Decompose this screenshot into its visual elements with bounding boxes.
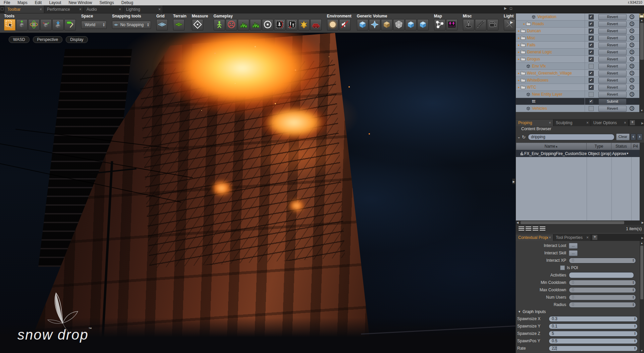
tree-expand-icon[interactable]: ▸: [517, 43, 521, 47]
map-marker-button[interactable]: [446, 19, 458, 31]
search-prev-button[interactable]: ‹: [631, 134, 636, 140]
close-icon[interactable]: ×: [39, 7, 43, 12]
horde-spawn-a-button[interactable]: [238, 19, 249, 31]
spinner-stepper-icon[interactable]: ▲▼: [633, 347, 636, 350]
close-icon[interactable]: ×: [548, 120, 552, 125]
help-icon[interactable]: ?: [630, 85, 634, 90]
help-icon[interactable]: ?: [630, 43, 634, 47]
rotate-tool-button[interactable]: [28, 19, 40, 31]
layer-row-grogus[interactable]: ▸Grogus✔Revert?: [516, 56, 644, 63]
terrain-tool-button[interactable]: [173, 19, 184, 31]
spinner-stepper-icon[interactable]: ▲▼: [633, 339, 636, 343]
revert-button[interactable]: Revert: [598, 78, 627, 84]
vehicle-spawn-button[interactable]: [310, 19, 322, 31]
spawnsize-y-spinner[interactable]: 0.1▲▼: [549, 323, 638, 329]
revert-button[interactable]: Revert: [598, 14, 627, 20]
add-tab-button[interactable]: +: [592, 235, 598, 240]
revert-button[interactable]: Revert: [598, 35, 627, 41]
viewport-button-display[interactable]: Display: [66, 36, 88, 43]
interact-loot-ellipsis-button[interactable]: ...: [569, 243, 578, 249]
encounter-spawn-button[interactable]: [226, 19, 237, 31]
viewport-button-perspective[interactable]: Perspective: [33, 36, 63, 43]
revert-button[interactable]: Revert: [598, 70, 627, 77]
tree-expand-icon[interactable]: ▸: [517, 71, 521, 75]
tab-overflow-icon[interactable]: ▶: [641, 236, 644, 240]
tab-contextual-proper-[interactable]: Contextual Proper...×: [516, 234, 553, 241]
layer-row-misc[interactable]: ▸Misc✔Revert?: [516, 35, 644, 42]
view-grid-icon[interactable]: [533, 226, 538, 231]
scroll-thumb[interactable]: [640, 23, 644, 60]
min-cooldown-spinner[interactable]: 0▲▼: [569, 280, 636, 286]
space-dropdown[interactable]: World▲▼: [81, 21, 107, 29]
spinner-stepper-icon[interactable]: ▲▼: [631, 259, 634, 262]
layer-visible-checkbox[interactable]: ✔: [589, 71, 594, 76]
help-icon[interactable]: ?: [630, 57, 634, 61]
spawnsize-x-spinner[interactable]: 0.3▲▼: [549, 316, 638, 322]
revert-button[interactable]: Revert: [598, 42, 627, 48]
layer-visible-checkbox[interactable]: ✔: [589, 36, 594, 41]
spinner-stepper-icon[interactable]: ▲▼: [631, 288, 634, 292]
tab-performance[interactable]: Performance×: [44, 5, 84, 13]
tree-expand-icon[interactable]: ▸: [523, 22, 526, 26]
panel-splitter-arrow[interactable]: ▶: [512, 179, 515, 184]
help-icon[interactable]: ?: [630, 92, 634, 97]
dropdown-stepper-icon[interactable]: ▲▼: [146, 23, 149, 27]
tree-expand-icon[interactable]: ▸: [517, 50, 521, 54]
help-icon[interactable]: ?: [630, 71, 634, 75]
column-header-name[interactable]: Name ▲: [516, 143, 587, 150]
move-tool-button[interactable]: [16, 19, 28, 31]
scroll-down-icon[interactable]: ▼: [639, 108, 644, 113]
layer-visible-checkbox[interactable]: [589, 92, 594, 97]
volume-star-button[interactable]: [369, 19, 380, 31]
joystick-button[interactable]: [463, 19, 474, 31]
layer-visible-checkbox[interactable]: ✔: [589, 14, 594, 19]
layer-visible-checkbox[interactable]: ✔: [589, 29, 594, 34]
revert-button[interactable]: Revert: [598, 85, 627, 91]
volume-cube-2-button[interactable]: [405, 19, 417, 31]
viewport-button-wasd[interactable]: WASD: [9, 36, 30, 43]
close-icon[interactable]: ×: [586, 235, 589, 240]
spawnsize-z-spinner[interactable]: 5▲▼: [549, 331, 638, 337]
node-graph-button[interactable]: [434, 19, 445, 31]
tab-toolbar[interactable]: Toolbar×: [5, 5, 44, 13]
revert-button[interactable]: Revert: [598, 49, 627, 55]
camera-button[interactable]: [487, 19, 498, 31]
road-button[interactable]: [475, 19, 486, 31]
tab-user-options[interactable]: User Options×: [591, 119, 629, 126]
layer-row-whiteboxes[interactable]: ▸WhiteBoxes✔Revert?: [516, 77, 644, 84]
revert-button[interactable]: Revert: [598, 63, 627, 69]
volume-box-button[interactable]: [381, 19, 392, 31]
ring-marker-button[interactable]: [262, 19, 273, 31]
help-icon[interactable]: ?: [630, 64, 634, 68]
sound-muted-button[interactable]: [339, 19, 351, 31]
close-icon[interactable]: ×: [548, 235, 552, 240]
layer-row-vegetation[interactable]: Vegetation✔Revert?: [516, 13, 644, 20]
search-next-button[interactable]: ›: [637, 134, 642, 140]
3d-viewport[interactable]: WASDPerspectiveDisplay snow drop™: [0, 33, 516, 353]
tab-lighting[interactable]: Lighting×: [123, 5, 163, 13]
tab-tool-properties[interactable]: Tool Properties×: [553, 234, 591, 241]
layer-row-new-entity-layer[interactable]: New Entity LayerRevert?: [516, 91, 644, 98]
close-icon[interactable]: ×: [586, 120, 589, 125]
search-input[interactable]: [528, 134, 614, 140]
revert-button[interactable]: Revert: [598, 21, 627, 27]
spawnpos-y-spinner[interactable]: 0.5▲▼: [549, 338, 638, 344]
add-tab-button[interactable]: +: [630, 120, 635, 125]
close-icon[interactable]: ×: [158, 7, 161, 12]
table-row[interactable]: FX_Env_DrippingFire_CustomSizeObject (pr…: [516, 150, 640, 157]
explosion-marker-button[interactable]: [298, 19, 310, 31]
close-icon[interactable]: ×: [78, 7, 82, 12]
cover-spawn-button[interactable]: [274, 19, 285, 31]
tree-expand-icon[interactable]: ▸: [517, 36, 521, 40]
revert-button[interactable]: Revert: [598, 92, 627, 98]
help-icon[interactable]: ?: [630, 14, 634, 19]
layer-visible-checkbox[interactable]: ✔: [589, 57, 594, 62]
radius-spinner[interactable]: 0▲▼: [569, 302, 636, 308]
player-spawn-button[interactable]: [214, 19, 225, 31]
interact-xp-spinner[interactable]: 0▲▼: [569, 258, 636, 263]
view-details-icon[interactable]: [526, 226, 531, 231]
scroll-up-icon[interactable]: ▲: [639, 18, 644, 22]
light-blades-button[interactable]: [504, 19, 515, 31]
revert-button[interactable]: Revert: [598, 106, 627, 112]
status-dropdown-icon[interactable]: ▼: [626, 152, 629, 155]
